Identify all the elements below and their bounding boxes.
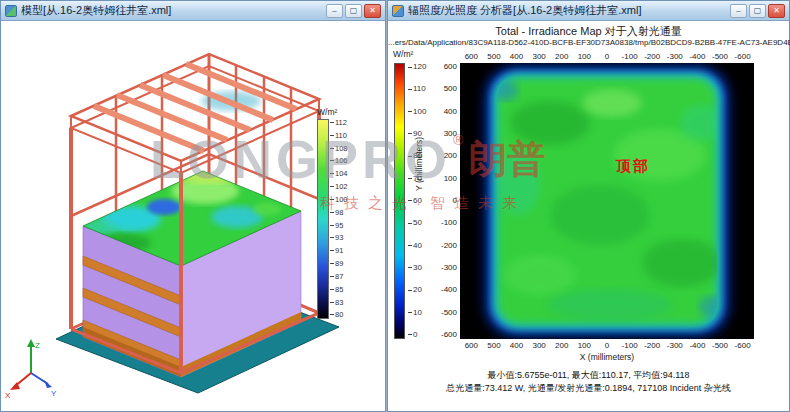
legend-gradient-bar (317, 119, 329, 319)
tick-label: 108 (330, 145, 348, 153)
tick-label: 120 (408, 63, 426, 71)
tick-label: -200 (641, 52, 664, 61)
analyzer-window-titlebar[interactable]: 辐照度/光照度 分析器[从.16-2奥特姆往井室.xml] – ▢ ✕ (388, 1, 789, 21)
tick-label: 60 (408, 197, 426, 205)
model-window[interactable]: 模型[从.16-2奥特姆往井室.xml] – ▢ ✕ (0, 0, 386, 412)
tick-label: 0 (596, 52, 619, 61)
x-axis-title: X (millimeters) (460, 352, 754, 362)
tick-label: -100 (618, 52, 641, 61)
tick-label: 102 (330, 183, 348, 191)
tick-label: 0 (408, 331, 426, 339)
tick-label: -300 (441, 264, 457, 272)
tick-label: 300 (528, 341, 551, 350)
tick-label: 80 (330, 311, 348, 319)
tick-label: -400 (441, 286, 457, 294)
tick-label: -200 (441, 242, 457, 250)
file-path: ...ers/Data/Application/83C9A118-D562-41… (388, 38, 789, 47)
tick-label: -400 (686, 52, 709, 61)
tick-label: -200 (641, 341, 664, 350)
maximize-button[interactable]: ▢ (345, 4, 362, 18)
y-axis-title: Y (millimeters) (414, 137, 424, 191)
tick-label: 200 (550, 52, 573, 61)
tick-label: 110 (408, 85, 426, 93)
colorbar-unit-label: W/m² (393, 49, 413, 59)
minimize-button[interactable]: – (730, 4, 747, 18)
tick-label: 600 (444, 63, 457, 71)
y-axis-label: Y (51, 389, 57, 398)
tick-label: -300 (663, 341, 686, 350)
tick-label: 200 (550, 341, 573, 350)
legend-tick-labels: 112 110 108 106 104 102 100 98 95 93 91 … (330, 119, 348, 319)
tick-label: 0 (596, 341, 619, 350)
irradiance-map-plot[interactable]: 顶部 (460, 63, 754, 339)
tick-label: 85 (330, 286, 348, 294)
color-legend: W/m² 112 110 108 106 104 102 100 98 95 9… (317, 107, 363, 319)
tick-label: 0 (453, 197, 457, 205)
tick-label: 110 (330, 132, 348, 140)
y-axis-tick-labels: 600 500 400 300 200 100 0 -100 -200 -300… (435, 63, 457, 339)
tick-label: 93 (330, 234, 348, 242)
tick-label: 500 (483, 52, 506, 61)
tick-label: 500 (444, 85, 457, 93)
x-axis-tick-labels-bottom: 600 500 400 300 200 100 0 -100 -200 -300… (460, 341, 754, 350)
model-window-title: 模型[从.16-2奥特姆往井室.xml] (21, 3, 326, 18)
tick-label: 100 (444, 175, 457, 183)
x-axis-tick-labels-top: 600 500 400 300 200 100 0 -100 -200 -300… (460, 52, 754, 61)
tick-label: 112 (330, 119, 348, 127)
close-button[interactable]: ✕ (364, 4, 381, 18)
tick-label: -300 (663, 52, 686, 61)
tick-label: 100 (330, 196, 348, 204)
model-window-titlebar[interactable]: 模型[从.16-2奥特姆往井室.xml] – ▢ ✕ (1, 1, 385, 21)
tick-label: 300 (444, 130, 457, 138)
tick-label: 300 (528, 52, 551, 61)
tick-label: 20 (408, 286, 426, 294)
analyzer-window-icon (392, 5, 404, 17)
tick-label: 50 (408, 219, 426, 227)
x-axis-label: X (5, 391, 11, 400)
tick-label: -500 (709, 341, 732, 350)
tick-label: 600 (460, 341, 483, 350)
irradiance-heatmap (460, 63, 754, 339)
tick-label: 83 (330, 299, 348, 307)
tick-label: -400 (686, 341, 709, 350)
z-axis-label: Z (35, 341, 40, 350)
tick-label: 600 (460, 52, 483, 61)
axis-triad: Z X Y (5, 339, 57, 400)
tick-label: 400 (444, 108, 457, 116)
map-annotation: 顶部 (616, 157, 650, 176)
map-title: Total - Irradiance Map 对于入射光通量 (388, 24, 789, 39)
desktop: 模型[从.16-2奥特姆往井室.xml] – ▢ ✕ (0, 0, 790, 412)
tick-label: 400 (505, 341, 528, 350)
tick-label: 200 (444, 152, 457, 160)
stats-flux: 总光通量:73.412 W, 光通量/发射光通量:0.1894, 717108 … (388, 382, 789, 395)
tick-label: -100 (441, 219, 457, 227)
tick-label: 100 (573, 52, 596, 61)
tick-label: 400 (505, 52, 528, 61)
analyzer-window-title: 辐照度/光照度 分析器[从.16-2奥特姆往井室.xml] (408, 3, 730, 18)
tick-label: 106 (330, 157, 348, 165)
tick-label: 500 (483, 341, 506, 350)
tick-label: 87 (330, 273, 348, 281)
minimize-button[interactable]: – (326, 4, 343, 18)
colorbar-tick-labels: 120 110 100 90 80 70 60 50 40 30 20 10 0 (408, 63, 426, 339)
tick-label: 40 (408, 242, 426, 250)
tick-label: -500 (441, 309, 457, 317)
tick-label: 100 (573, 341, 596, 350)
tick-label: 98 (330, 209, 348, 217)
tick-label: 91 (330, 247, 348, 255)
tick-label: 10 (408, 309, 426, 317)
tick-label: 30 (408, 264, 426, 272)
tick-label: 104 (330, 170, 348, 178)
legend-unit-label: W/m² (317, 107, 363, 117)
colorbar-gradient (394, 63, 405, 339)
tick-label: -600 (441, 331, 457, 339)
tick-label: -600 (731, 52, 754, 61)
analyzer-window[interactable]: 辐照度/光照度 分析器[从.16-2奥特姆往井室.xml] – ▢ ✕ Tota… (387, 0, 790, 412)
tick-label: 95 (330, 222, 348, 230)
maximize-button[interactable]: ▢ (749, 4, 766, 18)
3d-viewport[interactable]: Z X Y W/m² 112 110 108 106 104 102 (1, 21, 385, 411)
close-button[interactable]: ✕ (768, 4, 785, 18)
tick-label: -500 (709, 52, 732, 61)
tick-label: 89 (330, 260, 348, 268)
tick-label: -600 (731, 341, 754, 350)
